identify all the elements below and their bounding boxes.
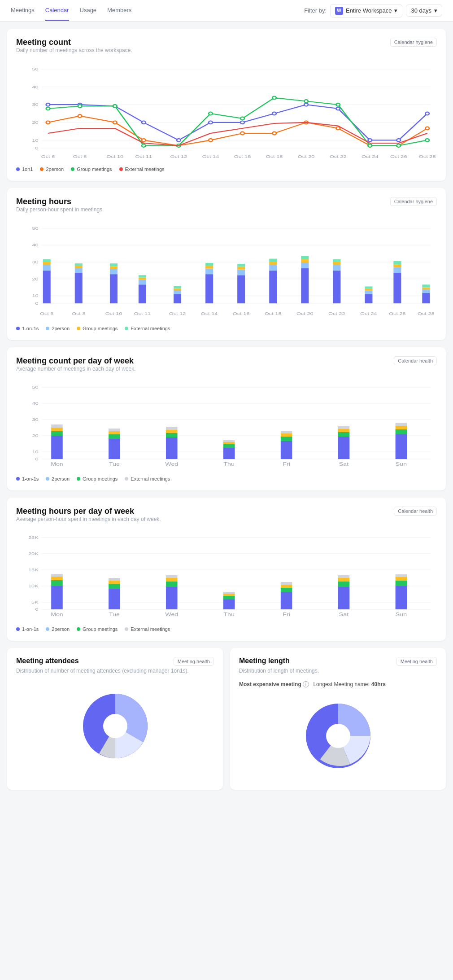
meeting-attendees-badge[interactable]: Meeting health (174, 657, 214, 666)
nav-usage[interactable]: Usage (80, 0, 97, 21)
meeting-count-dow-badge[interactable]: Calendar health (394, 356, 437, 365)
meeting-hours-badge[interactable]: Calendar hygiene (390, 197, 437, 206)
svg-text:Wed: Wed (165, 462, 178, 467)
svg-point-40 (113, 105, 117, 108)
most-expensive-label: Most expensive meeting (239, 681, 301, 687)
svg-rect-200 (51, 586, 63, 609)
svg-point-20 (304, 103, 308, 106)
svg-point-46 (304, 100, 308, 103)
svg-rect-158 (109, 434, 120, 439)
svg-point-37 (425, 127, 429, 130)
svg-rect-104 (269, 271, 277, 303)
svg-rect-95 (174, 286, 181, 288)
svg-text:40: 40 (32, 401, 39, 406)
nav-members[interactable]: Members (107, 0, 131, 21)
nav-meetings[interactable]: Meetings (11, 0, 35, 21)
meeting-hours-title: Meeting hours (16, 197, 104, 206)
svg-rect-83 (75, 263, 83, 266)
meeting-count-header: Meeting count Daily number of meetings a… (16, 38, 437, 61)
svg-rect-227 (396, 574, 407, 577)
legend-group-h: Group meetings (77, 326, 118, 331)
svg-point-21 (336, 107, 340, 110)
svg-point-24 (425, 112, 429, 115)
svg-point-22 (368, 139, 372, 142)
svg-text:10: 10 (32, 450, 39, 454)
svg-point-45 (272, 96, 276, 100)
longest-meeting-value: 40hrs (371, 681, 386, 687)
svg-rect-223 (338, 575, 350, 578)
main-content: Meeting count Daily number of meetings a… (0, 22, 453, 797)
meeting-attendees-title: Meeting attendees (16, 657, 79, 665)
svg-rect-166 (223, 444, 235, 448)
svg-text:40: 40 (32, 243, 39, 247)
info-icon[interactable]: i (303, 681, 309, 687)
svg-text:50: 50 (32, 385, 39, 389)
workspace-filter[interactable]: W Entire Workspace ▾ (330, 4, 402, 18)
bottom-row: Meeting attendees Meeting health Distrib… (7, 648, 446, 790)
meeting-count-card: Meeting count Daily number of meetings a… (7, 29, 446, 181)
svg-text:0: 0 (35, 607, 39, 612)
svg-point-31 (240, 132, 244, 135)
svg-rect-220 (338, 587, 350, 609)
svg-text:10K: 10K (28, 584, 39, 588)
svg-rect-221 (338, 582, 350, 587)
meeting-count-dow-legend: 1-on-1s 2person Group meetings External … (16, 476, 437, 481)
svg-text:Oct 20: Oct 20 (296, 311, 314, 316)
svg-text:Oct 8: Oct 8 (73, 154, 87, 158)
svg-text:Oct 28: Oct 28 (419, 154, 436, 158)
svg-text:Oct 10: Oct 10 (106, 154, 123, 158)
legend-dow-1on1s: 1-on-1s (16, 476, 39, 481)
svg-rect-168 (223, 440, 235, 442)
svg-rect-82 (75, 266, 83, 268)
svg-rect-113 (333, 265, 340, 271)
meeting-length-badge[interactable]: Meeting health (396, 657, 437, 666)
svg-rect-209 (166, 582, 178, 587)
svg-rect-119 (365, 286, 372, 289)
svg-rect-115 (333, 259, 340, 262)
svg-rect-207 (109, 578, 120, 581)
svg-rect-108 (301, 268, 309, 304)
svg-rect-81 (75, 268, 83, 273)
legend-hdow-external: External meetings (125, 626, 170, 632)
svg-text:Oct 20: Oct 20 (298, 154, 315, 158)
svg-text:Oct 22: Oct 22 (330, 154, 347, 158)
meeting-hours-dow-badge[interactable]: Calendar health (394, 507, 437, 516)
meeting-count-badge[interactable]: Calendar hygiene (390, 38, 437, 47)
meeting-length-title-area: Meeting length (239, 657, 290, 665)
svg-text:30: 30 (32, 260, 39, 264)
svg-text:20K: 20K (28, 551, 39, 556)
svg-rect-103 (237, 264, 245, 267)
legend-2person-h: 2person (46, 326, 70, 331)
svg-text:15K: 15K (28, 568, 39, 572)
svg-point-41 (142, 144, 146, 147)
meeting-hours-dow-header: Meeting hours per day of week Average pe… (16, 507, 437, 529)
svg-text:Wed: Wed (165, 612, 178, 617)
meeting-hours-dow-chart: 25K 20K 15K 10K 5K 0 (16, 533, 437, 623)
svg-text:40: 40 (32, 84, 39, 89)
svg-text:Fri: Fri (283, 462, 290, 467)
svg-rect-106 (269, 262, 277, 265)
svg-point-48 (368, 144, 372, 147)
svg-rect-116 (365, 294, 372, 303)
svg-rect-89 (139, 280, 146, 284)
svg-text:Oct 26: Oct 26 (390, 154, 407, 158)
meeting-length-subtitle: Distribution of length of meetings. (239, 668, 437, 674)
svg-text:20: 20 (32, 276, 39, 281)
period-filter[interactable]: 30 days ▾ (406, 4, 442, 17)
svg-point-43 (209, 112, 213, 115)
svg-rect-153 (51, 436, 63, 459)
svg-point-27 (113, 121, 117, 124)
svg-text:Oct 26: Oct 26 (389, 311, 406, 316)
svg-rect-118 (365, 289, 372, 291)
svg-rect-202 (51, 577, 63, 580)
svg-rect-216 (281, 592, 292, 609)
meeting-attendees-title-area: Meeting attendees (16, 657, 79, 665)
meeting-attendees-subtitle: Distribution of number of meeting attend… (16, 668, 214, 674)
svg-text:Oct 14: Oct 14 (201, 311, 218, 316)
svg-rect-177 (396, 434, 407, 459)
svg-point-19 (272, 112, 276, 115)
nav-calendar[interactable]: Calendar (45, 0, 69, 21)
svg-rect-126 (422, 287, 430, 289)
meeting-hours-dow-card: Meeting hours per day of week Average pe… (7, 498, 446, 641)
svg-point-25 (46, 121, 50, 124)
